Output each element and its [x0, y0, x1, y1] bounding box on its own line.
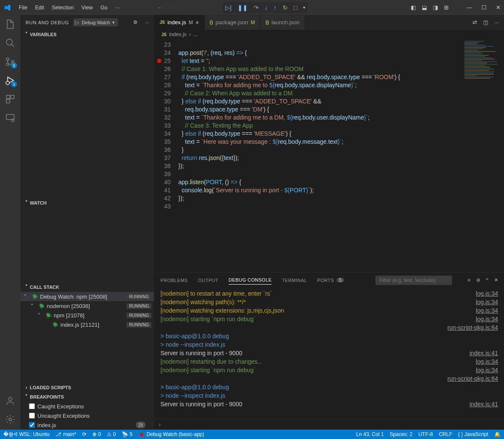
- callstack-row[interactable]: ˅🪲npm [21078]RUNNING: [20, 311, 154, 320]
- debug-restart-icon[interactable]: ↻: [283, 4, 288, 11]
- bp-file-checkbox[interactable]: [29, 422, 35, 428]
- menu-edit[interactable]: Edit: [32, 3, 48, 12]
- callstack-row[interactable]: ˅🪲nodemon [25036]RUNNING: [20, 301, 154, 311]
- tab-package.json[interactable]: {}package.jsonM: [205, 15, 261, 30]
- debug-config-selector[interactable]: ▷ Debug Watch ▾: [73, 18, 118, 26]
- debug-config-label: Debug Watch: [82, 20, 110, 25]
- ports-status[interactable]: 📡 5: [122, 431, 132, 437]
- bp-uncaught-checkbox[interactable]: [29, 413, 35, 419]
- menu-go[interactable]: Go: [97, 3, 111, 12]
- menu-···[interactable]: ···: [112, 3, 123, 12]
- callstack-section-header[interactable]: ˅CALL STACK: [20, 282, 154, 292]
- menu-file[interactable]: File: [15, 3, 31, 12]
- console-source-link[interactable]: log.js:34: [476, 298, 498, 306]
- compare-changes-icon[interactable]: ⇄: [472, 19, 477, 26]
- nav-back-icon[interactable]: ←: [157, 4, 163, 11]
- window-close-icon[interactable]: ✕: [496, 4, 501, 11]
- language-status[interactable]: { } JavaScript: [458, 431, 488, 437]
- minimap[interactable]: [461, 39, 504, 272]
- panel-lines-icon[interactable]: ≡: [467, 277, 470, 283]
- console-source-link[interactable]: log.js:34: [476, 289, 498, 298]
- console-source-link[interactable]: run-script-pkg.js:64: [447, 323, 498, 332]
- remote-explorer-icon[interactable]: [4, 112, 16, 124]
- breakpoint-dot-icon[interactable]: [157, 59, 161, 63]
- eol-status[interactable]: CRLF: [439, 431, 452, 437]
- layout-left-icon[interactable]: ◧: [411, 4, 416, 11]
- errors-status[interactable]: ⊗ 0: [92, 431, 101, 437]
- console-source-link[interactable]: run-script-pkg.js:64: [447, 374, 498, 383]
- extensions-icon[interactable]: [4, 93, 16, 105]
- tab-close-icon[interactable]: ×: [195, 19, 199, 26]
- console-source-link[interactable]: index.js:41: [470, 400, 498, 408]
- panel-clear-icon[interactable]: ⊘: [476, 277, 480, 283]
- debug-step-into-icon[interactable]: ↓: [265, 4, 268, 11]
- panel-tab-ports[interactable]: PORTS: [317, 278, 334, 283]
- panel-tab-output[interactable]: OUTPUT: [198, 278, 218, 283]
- more-icon[interactable]: ···: [145, 20, 149, 25]
- bp-caught[interactable]: Caught Exceptions: [20, 402, 154, 411]
- tab-index.js[interactable]: JSindex.jsM×: [155, 15, 205, 30]
- breadcrumb[interactable]: JS index.js › ...: [155, 30, 504, 39]
- debug-dropdown-icon[interactable]: ▾: [303, 5, 305, 10]
- console-input[interactable]: ›: [155, 419, 504, 430]
- remote-status[interactable]: �융ᐊ WSL: Ubuntu: [3, 431, 49, 438]
- panel-close-icon[interactable]: ✕: [494, 277, 498, 283]
- run-debug-icon[interactable]: 1: [4, 74, 16, 86]
- split-editor-icon[interactable]: ◫: [483, 19, 488, 26]
- debug-status[interactable]: 🐞 Debug Watch (basic-app): [138, 431, 204, 437]
- search-icon[interactable]: [4, 37, 16, 49]
- git-sync-status[interactable]: ⟳: [82, 431, 86, 437]
- watch-section-header[interactable]: ˅WATCH: [20, 198, 154, 208]
- code-content[interactable]: app.post('/', (req, res) => { let text =…: [178, 39, 461, 272]
- indent-status[interactable]: Spaces: 2: [390, 431, 412, 437]
- start-debug-icon[interactable]: ▷: [75, 19, 79, 26]
- layout-custom-icon[interactable]: ⊞: [444, 4, 449, 11]
- source-control-icon[interactable]: 5: [4, 56, 16, 68]
- layout-right-icon[interactable]: ◨: [433, 4, 438, 11]
- variables-section-header[interactable]: ˅VARIABLES: [20, 30, 154, 39]
- panel-tabs: PROBLEMSOUTPUTDEBUG CONSOLETERMINALPORTS…: [155, 273, 504, 288]
- panel-tab-problems[interactable]: PROBLEMS: [160, 278, 188, 283]
- menu-view[interactable]: View: [78, 3, 96, 12]
- accounts-icon[interactable]: [4, 395, 16, 407]
- more-actions-icon[interactable]: ···: [494, 19, 499, 26]
- panel-tab-debug-console[interactable]: DEBUG CONSOLE: [229, 277, 272, 285]
- breakpoints-section-header[interactable]: ˅BREAKPOINTS: [20, 392, 154, 402]
- explorer-icon[interactable]: [4, 18, 16, 30]
- bp-uncaught[interactable]: Uncaught Exceptions: [20, 411, 154, 420]
- window-maximize-icon[interactable]: ☐: [481, 4, 487, 11]
- callstack-row[interactable]: ˅🪲Debug Watch: npm [25008]RUNNING: [20, 292, 154, 301]
- encoding-status[interactable]: UTF-8: [418, 431, 433, 437]
- settings-gear-icon[interactable]: [4, 413, 16, 425]
- console-source-link[interactable]: log.js:34: [476, 306, 498, 315]
- debug-console[interactable]: [nodemon] to restart at any time, enter …: [155, 288, 504, 419]
- git-branch-status[interactable]: ⎇ main*: [55, 431, 76, 437]
- window-minimize-icon[interactable]: —: [467, 4, 472, 11]
- panel-maximize-icon[interactable]: ^: [486, 277, 488, 283]
- debug-step-over-icon[interactable]: ↷: [254, 4, 259, 11]
- callstack-row[interactable]: 🪲index.js [21121]RUNNING: [20, 320, 154, 329]
- tab-launch.json[interactable]: {}launch.json: [261, 15, 305, 30]
- line-gutter[interactable]: 2324252627282930313233343536373839404142…: [155, 39, 178, 272]
- console-source-link[interactable]: log.js:34: [476, 315, 498, 323]
- debug-settings-icon[interactable]: ⚙: [133, 20, 137, 25]
- warnings-status[interactable]: ⚠ 0: [107, 431, 116, 437]
- menu-selection[interactable]: Selection: [49, 3, 77, 12]
- code-editor[interactable]: 2324252627282930313233343536373839404142…: [155, 39, 504, 272]
- debug-continue-icon[interactable]: ▷|: [225, 4, 232, 11]
- console-source-link[interactable]: log.js:34: [476, 366, 498, 374]
- notifications-icon[interactable]: 🔔: [494, 431, 501, 437]
- panel-tab-terminal[interactable]: TERMINAL: [282, 278, 307, 283]
- cursor-pos-status[interactable]: Ln 43, Col 1: [356, 431, 384, 437]
- console-source-link[interactable]: log.js:34: [476, 357, 498, 366]
- debug-step-out-icon[interactable]: ↑: [274, 4, 277, 11]
- layout-bottom-icon[interactable]: ⬓: [422, 4, 427, 11]
- bp-file[interactable]: index.js25: [20, 420, 154, 430]
- debug-stop-icon[interactable]: □: [294, 4, 297, 11]
- bp-caught-checkbox[interactable]: [29, 403, 35, 409]
- loaded-scripts-header[interactable]: ›LOADED SCRIPTS: [20, 383, 154, 392]
- console-source-link[interactable]: index.js:41: [470, 349, 498, 357]
- nav-forward-icon[interactable]: →: [170, 4, 176, 11]
- console-filter-input[interactable]: [375, 276, 452, 285]
- debug-pause-icon[interactable]: ❚❚: [238, 4, 248, 11]
